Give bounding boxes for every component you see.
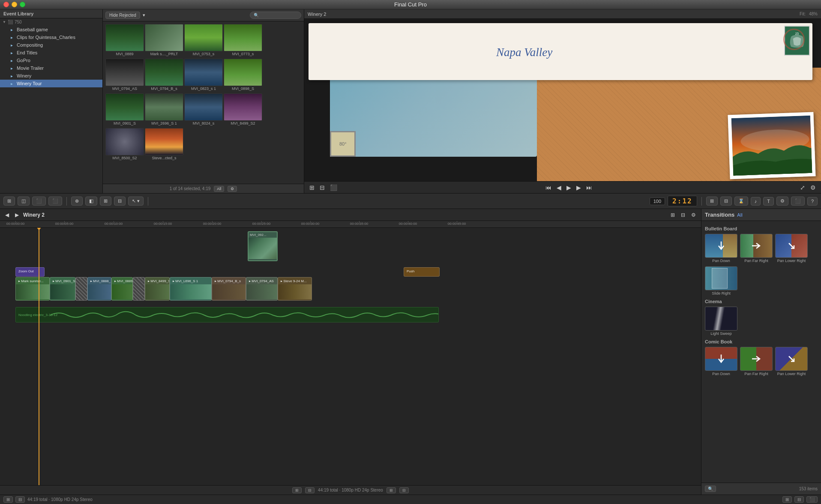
sidebar-item-baseball[interactable]: ▸ Baseball game [0,26,102,33]
tool-btn-4[interactable]: ⬛ [48,197,62,206]
transition-cinema-light-sweep[interactable]: Light Sweep [705,307,737,336]
zoom-out-clip[interactable]: Zoom Out [15,267,45,277]
footer-btn-2[interactable]: ⊟ [305,487,315,493]
bottom-btn-2[interactable]: ⊟ [15,496,25,503]
expand-button[interactable]: ⤢ [798,183,807,192]
clip-thumbnail[interactable]: Steve...cted_s [145,128,183,160]
footer-btn-1[interactable]: ⊞ [292,487,302,493]
clip-thumbnail[interactable]: MVI_0794_B_s [145,59,183,91]
sidebar-item-clips[interactable]: ▸ Clips for Quintessa_Charles [0,33,102,41]
library-root-group[interactable]: ▼ ⬛ 750 [0,18,102,26]
view-toggle-1[interactable]: ⊞ [308,183,316,192]
clip-thumbnail[interactable]: MVI_8024_s [184,93,223,125]
view-toggle-3[interactable]: ⬛ [328,183,339,192]
tool-btn-9[interactable]: ⊞ [706,197,718,206]
play-forward-button[interactable]: ▶ [575,183,583,192]
transition-bb-slide-right[interactable]: Slide Right [705,266,737,295]
tool-btn-12[interactable]: ♪ [751,197,761,206]
browser-settings-button[interactable]: ⚙ [228,186,237,192]
tool-cursor[interactable]: ↖ ▾ [128,197,144,206]
clip-0794a[interactable]: ▸ MVI_0794_AS [246,277,278,301]
timeline-forward-button[interactable]: ▶ [13,211,21,219]
transition-cb-pan-down[interactable]: Pan Down [705,347,737,376]
transition-cb-pan-far-right[interactable]: Pan Far Right [740,347,773,376]
clip-transition-1[interactable] [75,277,87,301]
maximize-button[interactable] [20,2,25,7]
sidebar-item-compositing[interactable]: ▸ Compositing [0,41,102,49]
transitions-search-button[interactable]: 🔍 [705,486,716,492]
clip-thumbnail[interactable]: MVI_0773_s [224,24,262,56]
floating-clip[interactable]: MVI_092... [248,231,278,261]
transitions-all-button[interactable]: All [737,212,742,218]
clip-thumbnail[interactable]: MVI_2696_S 1 [145,93,183,125]
tool-btn-2[interactable]: ◫ [18,197,30,206]
clip-mark-sunrise[interactable]: ▸ Mark sunrise... [15,277,50,301]
transition-cb-pan-lower-right[interactable]: Pan Lower Right [775,347,808,376]
go-to-end-button[interactable]: ⏭ [584,183,594,192]
clip-0901[interactable]: ▸ MVI_0901_S [50,277,75,301]
footer-btn-4[interactable]: ⊟ [399,487,409,493]
clip-0889[interactable]: ▸ MVI_0889 [111,277,133,301]
transition-bb-pan-far-right[interactable]: Pan Far Right [740,234,773,263]
clip-thumbnail[interactable]: MVI_0898_S [224,59,262,91]
view-toggle-2[interactable]: ⊟ [318,183,327,192]
bottom-btn-1[interactable]: ⊞ [3,496,13,503]
browser-all-button[interactable]: All [214,186,224,192]
tool-btn-8[interactable]: ⊟ [114,197,126,206]
clip-thumbnail[interactable]: MVI_8499_S2 [224,93,262,125]
clip-thumbnail[interactable]: MVI_0901_S [105,93,144,125]
go-to-start-button[interactable]: ⏮ [544,183,553,192]
bottom-btn-3[interactable]: ⊞ [782,496,792,503]
playhead[interactable] [39,228,39,485]
traffic-lights[interactable] [3,2,25,7]
transition-bb-pan-lower-right[interactable]: Pan Lower Right [775,234,808,263]
settings-button[interactable]: ⚙ [809,183,818,192]
tool-btn-16[interactable]: ? [807,197,818,206]
browser-search-input[interactable] [250,12,301,19]
play-button[interactable]: ▶ [565,183,573,192]
tool-btn-1[interactable]: ⊞ [3,197,15,206]
tool-btn-5[interactable]: ⊕ [71,197,83,206]
close-button[interactable] [3,2,9,7]
tool-btn-7[interactable]: ⊞ [100,197,111,206]
tool-btn-6[interactable]: ◧ [85,197,97,206]
tool-btn-13[interactable]: T [763,197,774,206]
clip-thumbnail[interactable]: MVI_0753_s [184,24,223,56]
clip-thumbnail[interactable]: MVI_0823_s 1 [184,59,223,91]
clip-thumbnail[interactable]: MVI_0794_AS [105,59,144,91]
audio-clip[interactable]: Noodling electric_3-10-12 [15,307,439,322]
clip-thumbnail[interactable]: Mark s...._PRLT [145,24,183,56]
sidebar-item-movie-trailer[interactable]: ▸ Movie Trailer [0,64,102,72]
clip-thumbnail[interactable]: MVI_0889 [105,24,144,56]
timeline-back-button[interactable]: ◀ [3,211,11,219]
timeline-content[interactable]: MVI_092... Zoom Out Push ▸ Mark sunrise.… [0,228,701,485]
clip-transition-2[interactable] [133,277,145,301]
sidebar-item-end-titles[interactable]: ▸ End Titles [0,49,102,57]
hide-rejected-button[interactable]: Hide Rejected [105,12,140,19]
tool-btn-10[interactable]: ⊟ [720,197,732,206]
clip-0888[interactable]: ▸ MVI_0888_S [87,277,111,301]
footer-btn-3[interactable]: ⊞ [387,487,396,493]
push-clip[interactable]: Push [404,267,440,277]
sidebar-item-winery[interactable]: ▸ Winery [0,72,102,80]
tool-btn-11[interactable]: ⌛ [734,197,748,206]
transition-bb-pan-down[interactable]: Pan Down [705,234,737,263]
clip-0794b[interactable]: ▸ MVI_0794_B_s [212,277,246,301]
clip-steve[interactable]: ▸ Steve 9-24 M... [278,277,312,301]
bottom-btn-4[interactable]: ⊟ [794,496,804,503]
filter-dropdown-icon[interactable]: ▾ [143,12,145,18]
play-backward-button[interactable]: ◀ [555,183,563,192]
tool-btn-15[interactable]: ⬛ [791,197,805,206]
timeline-zoom-in[interactable]: ⊞ [669,211,677,219]
sidebar-item-gopro[interactable]: ▸ GoPro [0,57,102,64]
tool-btn-3[interactable]: ⬛ [32,197,46,206]
sidebar-item-winery-tour[interactable]: ▸ Winery Tour [0,80,102,87]
bottom-btn-5[interactable]: ⬛ [806,496,818,503]
timeline-settings[interactable]: ⚙ [689,211,698,219]
clip-8499[interactable]: ▸ MVI_8499_S2 [145,277,170,301]
minimize-button[interactable] [12,2,17,7]
clip-thumbnail[interactable]: MVI_8500_S2 [105,128,144,160]
timeline-zoom-out[interactable]: ⊟ [679,211,687,219]
clip-l696[interactable]: ▸ MVI_L696_S 1 [170,277,212,301]
tool-btn-14[interactable]: ⚙ [776,197,788,206]
